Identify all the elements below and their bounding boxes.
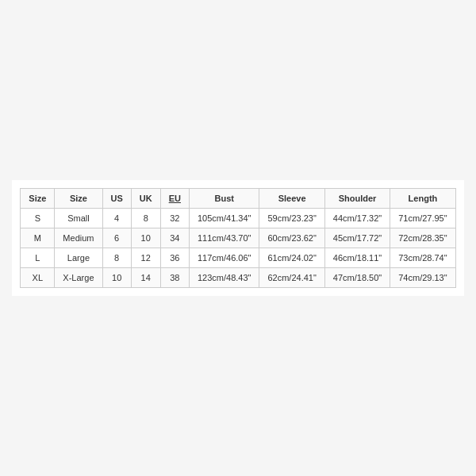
table-cell: 10: [131, 228, 160, 248]
table-cell: 47cm/18.50": [324, 268, 390, 288]
table-cell: XL: [21, 268, 55, 288]
header-us: US: [102, 189, 131, 209]
table-cell: 38: [160, 268, 189, 288]
header-bust: Bust: [189, 189, 259, 209]
table-cell: 111cm/43.70": [189, 228, 259, 248]
table-cell: 74cm/29.13": [390, 268, 455, 288]
table-cell: 4: [102, 209, 131, 228]
table-cell: 32: [160, 209, 189, 228]
table-cell: S: [21, 209, 55, 228]
header-uk: UK: [131, 189, 160, 209]
table-row: SSmall4832105cm/41.34"59cm/23.23"44cm/17…: [21, 209, 455, 228]
header-sleeve: Sleeve: [259, 189, 324, 209]
table-cell: 44cm/17.32": [324, 209, 390, 228]
table-cell: Large: [55, 248, 102, 268]
table-row: MMedium61034111cm/43.70"60cm/23.62"45cm/…: [21, 228, 455, 248]
table-cell: 6: [102, 228, 131, 248]
table-cell: 10: [102, 268, 131, 288]
table-cell: 36: [160, 248, 189, 268]
size-chart-container: Size Size US UK EU Bust Sleeve Shoulder …: [12, 180, 463, 296]
table-header-row: Size Size US UK EU Bust Sleeve Shoulder …: [21, 189, 455, 209]
table-cell: 46cm/18.11": [324, 248, 390, 268]
table-cell: 72cm/28.35": [390, 228, 455, 248]
header-size-name: Size: [55, 189, 102, 209]
table-cell: 62cm/24.41": [259, 268, 324, 288]
table-cell: 117cm/46.06": [189, 248, 259, 268]
table-cell: 71cm/27.95": [390, 209, 455, 228]
table-cell: 73cm/28.74": [390, 248, 455, 268]
table-cell: Medium: [55, 228, 102, 248]
table-cell: 8: [102, 248, 131, 268]
size-chart-table: Size Size US UK EU Bust Sleeve Shoulder …: [20, 188, 455, 288]
table-cell: L: [21, 248, 55, 268]
table-cell: 105cm/41.34": [189, 209, 259, 228]
table-cell: 123cm/48.43": [189, 268, 259, 288]
header-eu: EU: [160, 189, 189, 209]
table-cell: 34: [160, 228, 189, 248]
table-cell: 60cm/23.62": [259, 228, 324, 248]
table-cell: M: [21, 228, 55, 248]
table-cell: 59cm/23.23": [259, 209, 324, 228]
table-cell: 8: [131, 209, 160, 228]
header-shoulder: Shoulder: [324, 189, 390, 209]
table-cell: Small: [55, 209, 102, 228]
table-row: LLarge81236117cm/46.06"61cm/24.02"46cm/1…: [21, 248, 455, 268]
header-size-code: Size: [21, 189, 55, 209]
table-cell: 14: [131, 268, 160, 288]
table-cell: 61cm/24.02": [259, 248, 324, 268]
header-length: Length: [390, 189, 455, 209]
table-cell: X-Large: [55, 268, 102, 288]
table-cell: 45cm/17.72": [324, 228, 390, 248]
table-cell: 12: [131, 248, 160, 268]
table-row: XLX-Large101438123cm/48.43"62cm/24.41"47…: [21, 268, 455, 288]
